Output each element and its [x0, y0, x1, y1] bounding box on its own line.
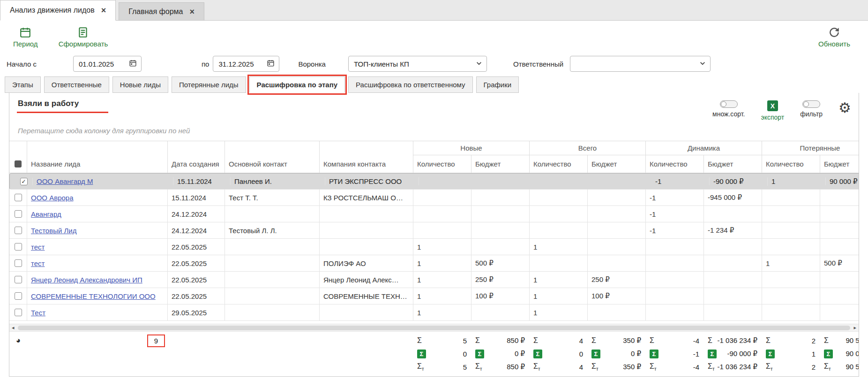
column-header-t-bud[interactable]: Бюджет: [588, 155, 646, 173]
tab-poteryannye-lidy[interactable]: Потерянные лиды: [172, 76, 246, 93]
column-header-contact[interactable]: Основной контакт: [225, 141, 320, 173]
cell-l-bud: [820, 288, 859, 304]
sum-total-icon: Σт: [824, 362, 831, 372]
multisort-toggle[interactable]: [720, 100, 738, 108]
tab-novye-lidy[interactable]: Новые лиды: [112, 76, 168, 93]
column-header-d-bud[interactable]: Бюджет: [704, 155, 762, 173]
lead-link[interactable]: Авангард: [31, 210, 61, 218]
sum-line: Σ90 500 ₽: [820, 334, 859, 347]
tab-rasshifrovka-po-otvetstvennomu[interactable]: Расшифровка по ответственному: [348, 76, 472, 93]
end-date-value: 31.12.2025: [218, 60, 254, 68]
sum-icon: Σ: [708, 336, 712, 345]
generate-button[interactable]: Сформировать: [59, 26, 108, 48]
sum-value: 350 ₽: [599, 336, 641, 345]
row-checkbox[interactable]: [15, 309, 22, 316]
row-checkbox[interactable]: [15, 194, 22, 201]
tab-rasshifrovka-po-etapu[interactable]: Расшифровка по этапу: [249, 76, 345, 93]
group-drop-zone[interactable]: Перетащите сюда колонку для группировки …: [9, 121, 859, 141]
column-header-l-bud[interactable]: Бюджет: [820, 155, 859, 173]
tab-otvetstvennye[interactable]: Ответственные: [44, 76, 109, 93]
calendar-picker-icon[interactable]: [267, 59, 275, 68]
column-header-date[interactable]: Дата создания: [168, 141, 225, 173]
table-row[interactable]: Тестовый Лид24.12.2024Тестовый Л. Л.-1-1…: [9, 222, 859, 239]
multisort-control[interactable]: множ.сорт.: [712, 100, 745, 118]
row-checkbox[interactable]: [15, 259, 22, 267]
lead-link[interactable]: тест: [31, 259, 45, 267]
sum-value: 90 500 ₽: [833, 363, 859, 371]
cell-d-qty: [646, 288, 704, 304]
column-header-n-qty[interactable]: Количество: [413, 155, 471, 173]
select-all-checkbox[interactable]: [9, 141, 27, 173]
column-header-d-qty[interactable]: Количество: [646, 155, 704, 173]
tab-grafiki[interactable]: Графики: [476, 76, 519, 93]
scroll-left-icon[interactable]: ◂: [12, 325, 15, 330]
cell-date: 29.05.2025: [168, 304, 225, 320]
row-checkbox[interactable]: [15, 227, 22, 234]
cell-n-qty: 1: [413, 255, 471, 271]
table-row[interactable]: Тест29.05.202511: [9, 304, 859, 321]
lead-link[interactable]: ООО Аврора: [31, 194, 74, 202]
footer-col-t-qty: Σ4Σ0Σт4: [530, 334, 588, 373]
close-icon[interactable]: ×: [189, 8, 195, 16]
table-row[interactable]: Янцер Леонид Александрович ИП22.05.2025Я…: [9, 272, 859, 288]
chevron-down-icon: [476, 60, 482, 68]
filter-toggle[interactable]: [802, 100, 820, 108]
column-header-name[interactable]: Название лида: [27, 141, 168, 173]
sum-line: Σ-4: [646, 334, 704, 347]
sum-line: Σ350 ₽: [588, 334, 646, 347]
close-icon[interactable]: ×: [101, 6, 106, 15]
scroll-right-icon[interactable]: ▸: [853, 325, 856, 330]
row-checkbox[interactable]: [15, 243, 22, 251]
cell-n-bud: [471, 190, 530, 205]
table-row[interactable]: тест22.05.2025ПОЛИЭФ АО1500 ₽1500 ₽: [9, 255, 859, 272]
cell-date: 22.05.2025: [168, 239, 225, 255]
lead-link[interactable]: Янцер Леонид Александрович ИП: [31, 276, 142, 284]
period-label: Период: [13, 40, 38, 48]
settings-gear-icon[interactable]: ⚙: [838, 101, 851, 115]
lead-link[interactable]: ООО Авангард М: [37, 177, 93, 185]
column-header-company[interactable]: Компания контакта: [320, 141, 413, 173]
row-checkbox[interactable]: ✓: [20, 178, 28, 185]
table-row[interactable]: ✓ООО Авангард М15.11.2024Панлеев И.РТИ Э…: [9, 173, 859, 190]
column-header-t-qty[interactable]: Количество: [530, 155, 588, 173]
sum-line: Σ0 ₽: [471, 347, 530, 360]
window-tab-main-form[interactable]: Главная форма ×: [119, 2, 204, 20]
window-tab-lead-analysis[interactable]: Анализ движения лидов ×: [0, 0, 116, 21]
tab-etapy[interactable]: Этапы: [5, 76, 41, 93]
cell-n-bud: 250 ₽: [471, 272, 530, 288]
row-checkbox[interactable]: [15, 276, 22, 283]
lead-link[interactable]: Тестовый Лид: [31, 227, 76, 235]
export-button[interactable]: X экспорт: [761, 100, 785, 121]
end-date-input[interactable]: 31.12.2025: [213, 56, 279, 72]
sum-selected-icon: Σ: [650, 350, 658, 358]
sum-value: 2: [773, 337, 816, 345]
cell-name: Тестовый Лид: [27, 222, 168, 238]
table-header: Название лида Дата создания Основной кон…: [9, 141, 859, 173]
table-row[interactable]: ООО Аврора15.11.2024Тест Т. Т.КЗ РОСТСЕЛ…: [9, 190, 859, 206]
refresh-icon: [828, 26, 840, 38]
filter-control[interactable]: фильтр: [800, 100, 823, 118]
toggle-knob: [803, 101, 809, 107]
column-header-l-qty[interactable]: Количество: [762, 155, 820, 173]
lead-link[interactable]: тест: [31, 243, 45, 251]
funnel-select[interactable]: ТОП-клиенты КП: [348, 56, 487, 72]
scrollbar-thumb[interactable]: [18, 326, 850, 330]
start-date-input[interactable]: 01.01.2025: [73, 56, 142, 72]
table-footer: ◕9Σ5Σ0Σт5Σ850 ₽Σ0 ₽Σт850 ₽Σ4Σ0Σт4Σ350 ₽Σ…: [9, 332, 859, 376]
sum-selected-icon: Σ: [766, 350, 775, 358]
calendar-picker-icon[interactable]: [129, 59, 137, 68]
refresh-button[interactable]: Обновить: [818, 26, 850, 48]
lead-link[interactable]: Тест: [31, 309, 45, 317]
cell-contact: [225, 239, 320, 255]
cell-contact: Тест Т. Т.: [225, 190, 320, 205]
responsible-select[interactable]: [570, 56, 711, 72]
table-row[interactable]: тест22.05.202511: [9, 239, 859, 255]
row-checkbox[interactable]: [15, 292, 22, 300]
row-checkbox[interactable]: [15, 210, 22, 218]
period-button[interactable]: Период: [13, 26, 38, 48]
column-header-n-bud[interactable]: Бюджет: [471, 155, 530, 173]
table-row[interactable]: Авангард24.12.2024-1: [9, 206, 859, 222]
lead-link[interactable]: СОВРЕМЕННЫЕ ТЕХНОЛОГИИ ООО: [31, 292, 156, 300]
horizontal-scrollbar[interactable]: ◂ ▸: [9, 324, 859, 332]
table-row[interactable]: СОВРЕМЕННЫЕ ТЕХНОЛОГИИ ООО22.05.2025СОВР…: [9, 288, 859, 304]
